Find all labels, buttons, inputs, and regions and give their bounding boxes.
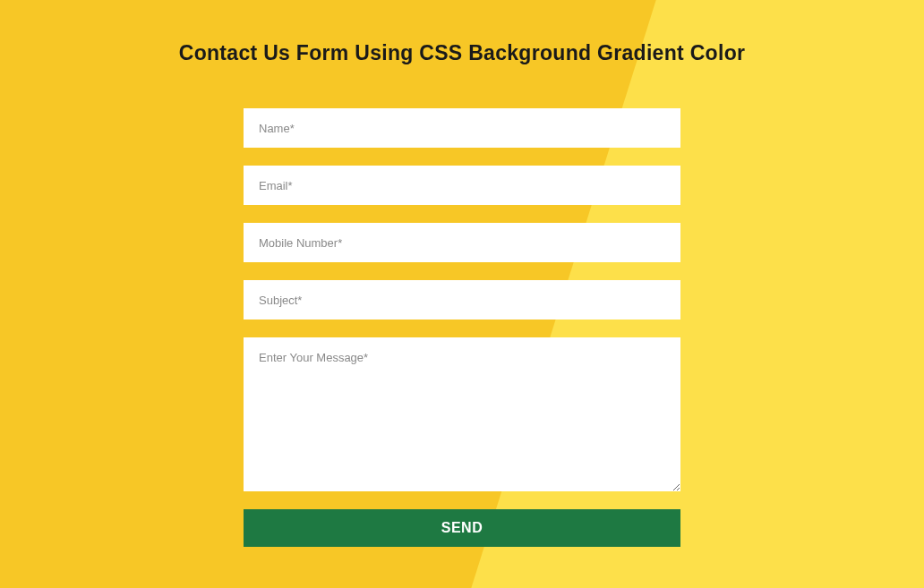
page-title: Contact Us Form Using CSS Background Gra…	[179, 41, 746, 65]
mobile-field[interactable]	[244, 223, 680, 262]
send-button[interactable]: SEND	[244, 509, 680, 547]
name-field[interactable]	[244, 108, 680, 148]
message-field[interactable]	[244, 337, 680, 491]
main-container: Contact Us Form Using CSS Background Gra…	[0, 0, 924, 547]
subject-field[interactable]	[244, 280, 680, 320]
contact-form: SEND	[244, 108, 680, 547]
email-field[interactable]	[244, 166, 680, 205]
